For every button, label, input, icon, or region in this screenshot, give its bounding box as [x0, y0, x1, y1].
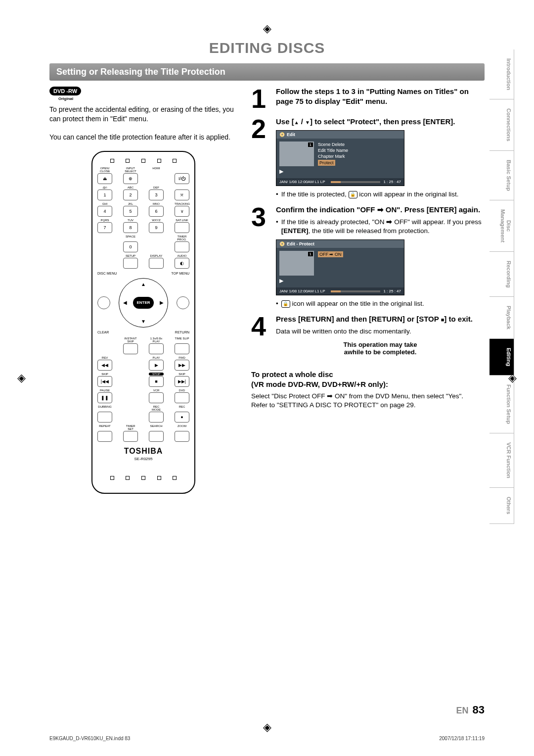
- footer-file: E9KGAUD_D-VR610KU_EN.indd 83: [49, 736, 130, 741]
- tab-introduction[interactable]: Introduction: [490, 49, 514, 99]
- arrow-left-icon: ◀: [123, 300, 127, 305]
- lock-icon: 🔒: [281, 300, 290, 308]
- display-button: [149, 258, 164, 269]
- play-button: ▶: [149, 360, 164, 371]
- eject-button: ⏏: [97, 173, 112, 184]
- disc-menu-button: [97, 296, 110, 309]
- step-2-bullet: If the title is protected, 🔒 icon will a…: [276, 190, 485, 199]
- timer-set-button: [123, 431, 138, 442]
- digit-5: 5: [123, 206, 138, 217]
- osd-thumbnail: 1: [279, 142, 314, 166]
- down-arrow-icon: [305, 117, 310, 126]
- pause-button: ❚❚: [97, 392, 112, 403]
- rec-button: ●: [175, 412, 189, 423]
- tab-others[interactable]: Others: [490, 488, 514, 523]
- crop-mark-top: ◈: [263, 22, 271, 35]
- brand-logo: TOSHIBA: [97, 447, 189, 456]
- repeat-button: [97, 431, 112, 442]
- digit-1: 1: [97, 189, 112, 200]
- osd-edit-protect: 📀Edit - Protect 1 ▶ OFF ➡ ON JAN/ 1/08: [276, 239, 404, 295]
- step-2: 2 Use [ / ] to select "Protect", then pr…: [251, 117, 485, 199]
- whole-disc-section: To protect a whole disc (VR mode DVD-RW,…: [251, 370, 485, 410]
- step-3-title: Confirm the indication "OFF ➡ ON". Press…: [276, 205, 485, 215]
- dvd-badge-sub: Original: [58, 96, 237, 101]
- skip-fwd-button: ▶▶|: [175, 376, 189, 387]
- nav-pad: ▲ ▼ ◀ ▶ ENTER: [119, 278, 168, 328]
- step-3-text: If the title is already protected, "ON ➡…: [276, 218, 485, 236]
- tab-connections[interactable]: Connections: [490, 99, 514, 151]
- section-heading: Setting or Releasing the Title Protectio…: [49, 63, 485, 81]
- arrow-right-icon: ▶: [160, 300, 164, 305]
- whole-disc-heading: To protect a whole disc (VR mode DVD-RW,…: [251, 370, 485, 389]
- tab-function-setup[interactable]: Function Setup: [490, 376, 514, 433]
- intro-paragraph-1: To prevent the accidental editing, or er…: [49, 105, 237, 124]
- whole-disc-p2: Refer to "SETTING A DISC TO PROTECT" on …: [251, 401, 485, 410]
- step-4-title: Press [RETURN] and then [RETURN] or [STO…: [276, 314, 485, 324]
- tab-disc-management[interactable]: Disc Management: [490, 200, 514, 252]
- tab-vcr-function[interactable]: VCR Function: [490, 433, 514, 488]
- crop-mark-left: ◈: [17, 372, 26, 384]
- stop-button: ■: [149, 376, 164, 387]
- right-column: 1 Follow the steps 1 to 3 in "Putting Na…: [251, 87, 485, 494]
- top-menu-button: [177, 296, 189, 309]
- left-column: DVD -RW Original To prevent the accident…: [49, 87, 237, 494]
- rev-button: ◀◀: [97, 360, 112, 371]
- step-number: 2: [251, 117, 271, 199]
- tracking-up: ⤱: [175, 189, 189, 200]
- note-box: This operation may take awhile to be com…: [276, 341, 485, 356]
- search-button: [149, 431, 164, 442]
- up-arrow-icon: [294, 117, 299, 126]
- whole-disc-p1: Select "Disc Protect OFF ➡ ON" from the …: [251, 392, 485, 401]
- step-3-bullet: 🔒 icon will appear on the title in the o…: [276, 299, 485, 308]
- disc-menu-label: DISC MENU: [97, 272, 117, 275]
- step-3: 3 Confirm the indication "OFF ➡ ON". Pre…: [251, 205, 485, 308]
- satlink-button: [175, 222, 189, 233]
- step-4-text: Data will be written onto the disc momen…: [276, 327, 485, 336]
- digit-2: 2: [123, 189, 138, 200]
- digit-0: 0: [123, 241, 138, 252]
- osd-edit-menu: 📀Edit 1 ▶ Scene Delete Edit Title Name C…: [276, 130, 404, 186]
- model-number: SE-R0295: [97, 457, 189, 461]
- step-2-title: Use [ / ] to select "Protect", then pres…: [276, 117, 485, 127]
- lock-icon: 🔒: [349, 191, 357, 198]
- vcr-button: [149, 392, 164, 403]
- osd-menu-list: Scene Delete Edit Title Name Chapter Mar…: [318, 142, 401, 175]
- zoom-button: [175, 431, 189, 442]
- crop-mark-bottom: ◈: [263, 721, 271, 734]
- power-button: I/⏻: [175, 173, 189, 184]
- dvd-badge: DVD -RW: [49, 87, 237, 96]
- footer-timestamp: 2007/12/18 17:11:19: [439, 736, 485, 741]
- tab-playback[interactable]: Playback: [490, 297, 514, 339]
- tab-basic-setup[interactable]: Basic Setup: [490, 151, 514, 200]
- digit-3: 3: [149, 189, 164, 200]
- step-1-title: Follow the steps 1 to 3 in "Putting Name…: [276, 87, 485, 106]
- digit-9: 9: [149, 222, 164, 233]
- setup-button: [123, 258, 138, 269]
- step-number: 4: [251, 314, 271, 364]
- step-number: 1: [251, 87, 271, 111]
- speed-play-button: [149, 343, 164, 354]
- arrow-up-icon: ▲: [141, 282, 146, 287]
- audio-button: ◐: [175, 258, 189, 269]
- remote-control-diagram: OPEN/ CLOSE INPUT SELECT HDMI ⏏ ⊕ I/⏻ .@…: [91, 151, 195, 494]
- fwd-button: ▶▶: [175, 360, 189, 371]
- time-slip-button: [175, 343, 189, 354]
- tab-recording[interactable]: Recording: [490, 252, 514, 297]
- print-footer: E9KGAUD_D-VR610KU_EN.indd 83 2007/12/18 …: [49, 736, 485, 741]
- clear-label: CLEAR: [97, 331, 109, 334]
- intro-paragraph-2: You can cancel the title protection feat…: [49, 133, 237, 142]
- rec-mode-button: [149, 412, 164, 423]
- step-number: 3: [251, 205, 271, 308]
- digit-6: 6: [149, 206, 164, 217]
- input-select-button: ⊕: [123, 173, 138, 184]
- side-tabs: Introduction Connections Basic Setup Dis…: [490, 49, 514, 524]
- tracking-down: ∨: [175, 206, 189, 217]
- digit-8: 8: [123, 222, 138, 233]
- return-label: RETURN: [175, 331, 189, 334]
- tab-editing[interactable]: Editing: [490, 339, 514, 376]
- dvd-button: [175, 392, 189, 403]
- osd-thumbnail: 1: [279, 251, 314, 276]
- dubbing-button: [97, 412, 112, 423]
- arrow-down-icon: ▼: [141, 319, 146, 324]
- digit-7: 7: [97, 222, 112, 233]
